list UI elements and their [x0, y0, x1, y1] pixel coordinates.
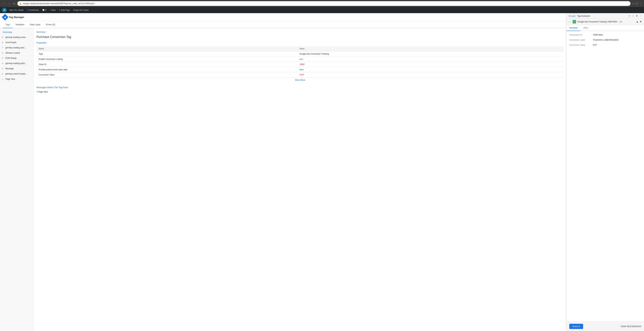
wp-logo[interactable]: W	[2, 8, 7, 12]
properties-table: Name Value Type Google Ads Conversion Tr…	[36, 46, 564, 83]
gta-header: Google Tag Assistant ≡ ☆ ⚙ ⋮	[566, 13, 644, 19]
tm-sidebar: Summary 9 gtm4wp.reading.conte... 8 Scro…	[0, 28, 34, 331]
gta-back-button[interactable]: ←	[568, 20, 571, 23]
event-item-8[interactable]: 8 Scroll Depth	[0, 40, 34, 45]
forward-button[interactable]: →	[7, 1, 11, 6]
properties-section-title: Properties	[36, 41, 564, 44]
gta-field-conversion-id: Conversion ID 700974821	[569, 34, 641, 36]
gta-field-conversion-value: Conversion Value 0.97	[569, 44, 641, 46]
table-row: Provide product-level sales data false	[36, 67, 564, 72]
browser-bar: ← → ↻ 🔒 marigru.studio/checkout/order-re…	[0, 0, 644, 7]
admin-customize[interactable]: ✏ Customize	[26, 7, 40, 13]
admin-purge-sg[interactable]: Purge SG Cache	[72, 7, 90, 13]
gta-panel: Google Tag Assistant ≡ ☆ ⚙ ⋮ ← +1 Google…	[566, 13, 644, 331]
event-item-3[interactable]: 3 Message	[0, 66, 34, 71]
tm-nav: Tags Variables Data Layer Errors (0)	[0, 21, 566, 28]
tm-main: Summary > Purchase Conversion Tag Proper…	[34, 28, 566, 331]
address-bar[interactable]: 🔒 marigru.studio/checkout/order-received…	[17, 1, 630, 6]
event-item-6[interactable]: 6 Window Loaded	[0, 50, 34, 56]
gta-up-arrow[interactable]: ▲	[636, 20, 638, 23]
tm-nav-tags[interactable]: Tags	[3, 21, 13, 28]
table-row: Conversion Value '0.97'	[36, 72, 564, 77]
table-row: Enable Conversion Linking true	[36, 57, 564, 62]
table-row: Type Google Ads Conversion Tracking	[36, 51, 564, 57]
breadcrumb-summary[interactable]: Summary	[36, 31, 45, 33]
table-row: Order ID '4269'	[36, 62, 564, 67]
gta-tabs: Metadata URLs	[566, 25, 644, 31]
gta-content: Conversion ID 700974821 Conversion Label…	[566, 31, 644, 322]
event-item-4[interactable]: 4 gtm4wp.reading.articl...	[0, 61, 34, 66]
col-value: Value	[297, 46, 564, 51]
tm-title: Tag Manager	[9, 16, 24, 18]
gta-google-text: Google	[568, 15, 576, 17]
back-button[interactable]: ←	[2, 1, 6, 6]
summary-link[interactable]: Summary	[0, 29, 34, 35]
tm-header: ◆ Tag Manager	[0, 13, 566, 21]
lock-icon: 🔒	[20, 2, 22, 5]
admin-site-name[interactable]: Mari Gru Studio	[8, 7, 25, 13]
gta-nav-arrows: ▲ ▼	[636, 20, 642, 23]
refresh-button[interactable]: ↻	[12, 1, 16, 6]
tag-manager-panel: ◆ Tag Manager Tags Variables Data Layer …	[0, 13, 566, 331]
breadcrumb: Summary >	[36, 31, 564, 33]
wp-admin-bar: W Mari Gru Studio ✏ Customize 💬 0 + New …	[0, 7, 644, 13]
event-item-2[interactable]: 2 gtm4wp.orderComplet...	[0, 71, 34, 76]
admin-new[interactable]: + New	[48, 7, 57, 13]
gta-more-icon[interactable]: ⋮	[640, 14, 642, 17]
tm-nav-errors[interactable]: Errors (0)	[43, 21, 58, 28]
tm-logo-diamond: ◆	[2, 14, 8, 20]
event-item-7[interactable]: 7 gtm4wp.reading.start...	[0, 45, 34, 50]
tm-nav-data-layer[interactable]: Data Layer	[27, 21, 43, 28]
event-item-1[interactable]: 1 Page View	[0, 76, 34, 82]
gta-field-conversion-label: Conversion Label TOxbCKKr-LABEOWNoM4C	[569, 39, 641, 41]
gta-nav-row: ← +1 Google Ads Conversion Tracking 7009…	[566, 19, 644, 25]
record-button[interactable]: Record	[569, 324, 583, 329]
view-recordings-button[interactable]: VIEW RECORDINGS	[620, 325, 641, 328]
message-item-1: 1 Page View	[36, 90, 564, 94]
admin-comments[interactable]: 💬 0	[41, 7, 48, 13]
page-title: Purchase Conversion Tag	[36, 35, 564, 39]
event-item-9[interactable]: 9 gtm4wp.reading.conte...	[0, 35, 34, 40]
gta-tag-count: 3/6	[620, 21, 622, 23]
main-wrapper: Categories Abstract (18) Landscape (21) …	[0, 13, 644, 331]
extensions-icon[interactable]: ⬡	[636, 2, 638, 5]
url-text: marigru.studio/checkout/order-received/4…	[23, 2, 95, 5]
gta-tag-icon: +1	[573, 20, 576, 23]
bookmark-icon[interactable]: ☆	[632, 2, 634, 5]
show-more-link[interactable]: Show More	[295, 79, 305, 81]
col-name: Name	[36, 46, 298, 51]
gta-star-icon[interactable]: ☆	[632, 14, 634, 17]
gta-footer: Record VIEW RECORDINGS	[566, 322, 644, 331]
messages-section-title: Messages Where This Tag Fired	[36, 86, 564, 89]
gta-tab-urls[interactable]: URLs	[580, 25, 591, 31]
gta-tag-text: Tag Assistant	[577, 15, 590, 17]
gta-down-arrow[interactable]: ▼	[639, 20, 642, 23]
event-item-5[interactable]: 5 DOM Ready	[0, 56, 34, 61]
more-options-icon[interactable]: ⋮	[639, 2, 642, 5]
tm-nav-variables[interactable]: Variables	[13, 21, 27, 28]
show-more-row: Show More	[36, 77, 564, 83]
admin-edit-page[interactable]: ✏ Edit Page	[58, 7, 71, 13]
gta-filter-icon[interactable]: ≡	[629, 14, 630, 17]
gta-settings-icon[interactable]: ⚙	[636, 14, 638, 17]
gta-tag-name: Google Ads Conversion Tracking 700974821	[577, 20, 618, 23]
gta-tab-metadata[interactable]: Metadata	[566, 25, 580, 31]
gta-header-actions: ≡ ☆ ⚙ ⋮	[629, 14, 642, 17]
browser-actions: ☆ ⬡ ⋮	[632, 2, 642, 5]
tm-body: Summary 9 gtm4wp.reading.conte... 8 Scro…	[0, 28, 566, 331]
